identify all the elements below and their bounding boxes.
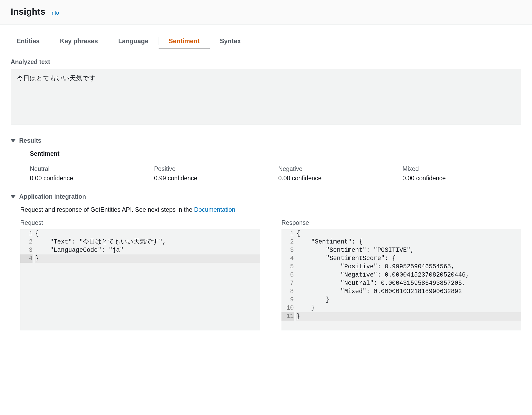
request-editor[interactable]: 1234 { "Text": "今日はとてもいい天気です", "Language… [20, 229, 260, 330]
sentiment-confidence: 0.00 confidence [402, 175, 521, 182]
sentiment-col-mixed: Mixed 0.00 confidence [402, 165, 521, 182]
request-gutter: 1234 [20, 229, 35, 330]
sentiment-confidence: 0.00 confidence [30, 175, 149, 182]
caret-down-icon [11, 195, 15, 198]
response-gutter: 1234567891011 [281, 229, 296, 330]
sentiment-col-neutral: Neutral 0.00 confidence [30, 165, 149, 182]
tab-entities[interactable]: Entities [11, 34, 50, 49]
sentiment-name: Neutral [30, 165, 149, 173]
sentiment-col-positive: Positive 0.99 confidence [154, 165, 273, 182]
app-integration-toggle[interactable]: Application integration [11, 193, 521, 200]
response-block: Response 1234567891011 { "Sentiment": { … [281, 219, 521, 330]
request-code: { "Text": "今日はとてもいい天気です", "LanguageCode"… [35, 229, 260, 330]
info-link[interactable]: Info [50, 10, 59, 16]
tab-key-phrases[interactable]: Key phrases [50, 34, 108, 49]
response-editor[interactable]: 1234567891011 { "Sentiment": { "Sentimen… [281, 229, 521, 330]
sentiment-name: Positive [154, 165, 273, 173]
results-body: Sentiment Neutral 0.00 confidence Positi… [11, 150, 521, 182]
sentiment-confidence: 0.99 confidence [154, 175, 273, 182]
caret-down-icon [11, 139, 15, 142]
request-block: Request 1234 { "Text": "今日はとてもいい天気です", "… [20, 219, 260, 330]
analyzed-text-box: 今日はとてもいい天気です [11, 69, 521, 125]
results-title: Results [19, 137, 41, 144]
documentation-link[interactable]: Documentation [194, 206, 235, 213]
app-integration-title: Application integration [19, 193, 86, 200]
code-row: Request 1234 { "Text": "今日はとてもいい天気です", "… [20, 219, 521, 330]
app-integration-desc-text: Request and response of GetEntities API.… [20, 206, 194, 213]
sentiment-col-negative: Negative 0.00 confidence [278, 165, 397, 182]
tab-sentiment[interactable]: Sentiment [159, 34, 210, 49]
main: Entities Key phrases Language Sentiment … [0, 25, 532, 346]
sentiment-heading: Sentiment [30, 150, 521, 157]
sentiment-confidence: 0.00 confidence [278, 175, 397, 182]
tab-syntax[interactable]: Syntax [210, 34, 251, 49]
response-label: Response [281, 219, 521, 226]
page-title: Insights [11, 6, 45, 17]
tab-language[interactable]: Language [108, 34, 158, 49]
analyzed-text-label: Analyzed text [11, 58, 521, 66]
sentiment-grid: Neutral 0.00 confidence Positive 0.99 co… [30, 165, 521, 182]
page-header: Insights Info [0, 0, 532, 25]
sentiment-name: Mixed [402, 165, 521, 173]
app-integration-desc: Request and response of GetEntities API.… [20, 206, 521, 213]
request-label: Request [20, 219, 260, 226]
sentiment-name: Negative [278, 165, 397, 173]
results-toggle[interactable]: Results [11, 137, 521, 144]
tabs: Entities Key phrases Language Sentiment … [11, 34, 521, 49]
response-code: { "Sentiment": { "Sentiment": "POSITIVE"… [296, 229, 521, 330]
